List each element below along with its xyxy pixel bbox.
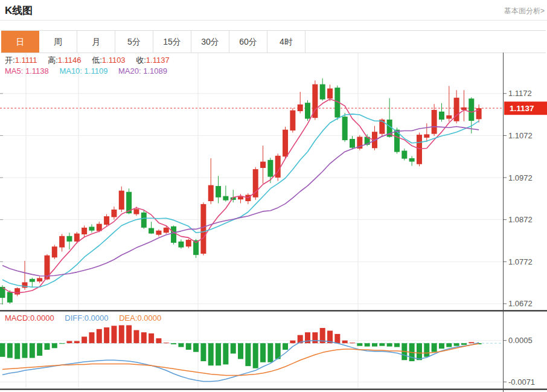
- candle-body: [290, 111, 295, 130]
- candle-body: [298, 104, 303, 111]
- macd-bar: [97, 329, 102, 343]
- macd-bar: [149, 333, 154, 343]
- macd-bar: [0, 343, 5, 357]
- macd-histogram: [0, 325, 482, 368]
- candle-body: [200, 204, 206, 254]
- candle-body: [350, 139, 355, 148]
- macd-bar: [334, 334, 340, 343]
- macd-bar: [126, 325, 132, 343]
- candle-body: [37, 278, 42, 281]
- candle-body: [119, 191, 124, 210]
- current-price-badge-text: 1.1137: [510, 104, 534, 113]
- macd-bar: [30, 343, 35, 358]
- macd-bar: [461, 343, 467, 345]
- macd-bar: [111, 326, 117, 343]
- ma5-line: [2, 99, 479, 293]
- macd-bar: [200, 343, 206, 361]
- price-tick-label: 1.0772: [508, 257, 533, 266]
- price-tick-label: 1.0872: [508, 215, 533, 224]
- macd-bar: [454, 343, 459, 346]
- candle-body: [74, 234, 80, 242]
- candle-body: [283, 130, 288, 157]
- macd-bar: [439, 343, 444, 349]
- macd-bar: [253, 343, 258, 368]
- candle-body: [66, 236, 72, 242]
- candle-body: [171, 227, 176, 243]
- price-axis-labels: 1.11721.10721.09721.08721.07721.0672: [503, 89, 533, 308]
- macd-bar: [357, 343, 362, 346]
- candle-body: [439, 112, 444, 120]
- candle-body: [216, 186, 221, 198]
- macd-bar: [379, 343, 385, 346]
- candle-body: [417, 135, 422, 164]
- macd-bar: [260, 343, 266, 362]
- macd-value-label: MACD:0.0000: [5, 313, 54, 323]
- macd-bar: [342, 341, 348, 344]
- macd-bar: [186, 343, 191, 350]
- macd-bar: [245, 343, 251, 366]
- candle-body: [401, 150, 407, 158]
- macd-bar: [164, 342, 169, 343]
- candle-body: [208, 185, 214, 201]
- macd-bar: [193, 343, 199, 352]
- candle-body: [223, 196, 228, 201]
- candle-body: [327, 88, 333, 98]
- candle-body: [342, 117, 348, 140]
- kline-widget: K线图 基本面分析> 日周月5分15分30分60分4时 1.11721.1072…: [0, 0, 547, 392]
- macd-info: MACD:0.0000 DIFF:0.0000 DEA:0.0000: [5, 313, 161, 323]
- price-tick-label: 1.1172: [508, 89, 532, 98]
- macd-bar: [365, 343, 370, 346]
- macd-bar: [387, 343, 392, 346]
- open-label: 开:: [5, 56, 15, 65]
- candle-body: [409, 158, 415, 162]
- macd-bar: [171, 343, 176, 344]
- candle-body: [52, 246, 57, 257]
- diff-value-label: DIFF:0.0000: [65, 313, 108, 323]
- candle-body: [149, 228, 154, 234]
- candle-body: [7, 292, 13, 302]
- macd-bar: [14, 343, 20, 359]
- high-label: 高:: [48, 56, 58, 65]
- macd-bar: [22, 343, 27, 358]
- candle-body: [305, 103, 310, 118]
- macd-bar: [432, 343, 437, 352]
- candle-body: [156, 231, 161, 235]
- macd-bar: [133, 330, 139, 344]
- macd-bar: [394, 343, 400, 347]
- candle-body: [186, 240, 191, 246]
- macd-bar: [156, 338, 161, 343]
- macd-bar: [74, 341, 80, 344]
- candle-body: [238, 196, 243, 199]
- price-tick-label: 1.0972: [508, 173, 533, 182]
- macd-bar: [469, 342, 474, 343]
- close-value: 1.1137: [146, 56, 170, 65]
- candles-group: [0, 79, 482, 304]
- close-label: 收:: [136, 56, 146, 65]
- candle-body: [89, 227, 94, 230]
- candle-body: [164, 228, 169, 233]
- price-tick-label: 1.0672: [508, 299, 533, 308]
- macd-bar: [216, 343, 221, 365]
- candle-body: [59, 236, 65, 248]
- macd-tick-label: 0.0005: [508, 336, 533, 345]
- macd-bar: [372, 343, 377, 346]
- ohlc-info: 开:1.1111 高:1.1146 低:1.1103 收:1.1137: [5, 55, 170, 66]
- low-value: 1.1103: [102, 56, 126, 65]
- candle-body: [446, 115, 452, 119]
- candle-body: [141, 213, 147, 228]
- macd-bar: [37, 343, 42, 356]
- macd-bar: [312, 332, 318, 343]
- candle-body: [267, 160, 273, 177]
- current-price-badge: 1.1137: [504, 101, 547, 115]
- high-value: 1.1146: [58, 56, 82, 65]
- macd-bar: [89, 332, 94, 343]
- open-value: 1.1111: [15, 56, 37, 65]
- macd-bar: [290, 341, 295, 344]
- macd-bar: [208, 343, 214, 365]
- price-tick-label: 1.1072: [508, 131, 533, 140]
- low-label: 低:: [92, 56, 102, 65]
- dea-value-label: DEA:0.0000: [119, 313, 161, 323]
- macd-bar: [82, 336, 87, 343]
- macd-bar: [52, 343, 57, 348]
- candle-body: [379, 120, 385, 134]
